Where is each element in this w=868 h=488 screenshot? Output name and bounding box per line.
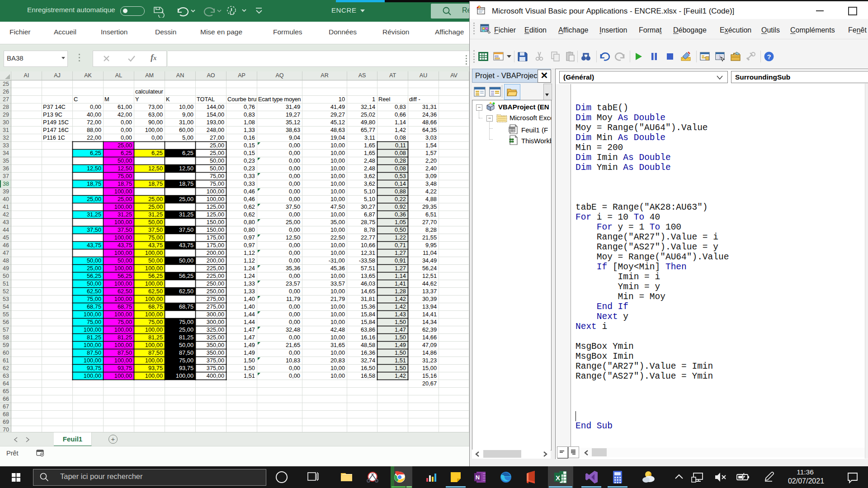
- svg-text:X: X: [556, 474, 560, 482]
- svg-text:N: N: [476, 474, 480, 481]
- svg-text:?: ?: [767, 53, 771, 61]
